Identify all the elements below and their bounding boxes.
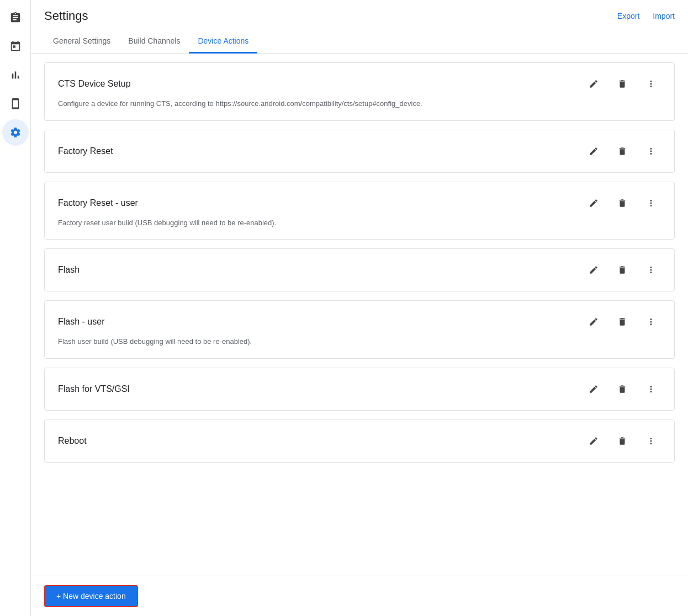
more-button-flash-vts-gsi[interactable] (641, 379, 661, 399)
action-buttons (584, 379, 661, 399)
action-name: Reboot (58, 436, 87, 446)
new-device-action-button[interactable]: + New device action (44, 585, 138, 607)
delete-button-flash[interactable] (612, 260, 632, 280)
action-card-header: Flash - user (58, 312, 661, 332)
more-button-flash[interactable] (641, 260, 661, 280)
action-card-cts-device-setup: CTS Device SetupConfigure a device for r… (44, 62, 675, 121)
action-name: Flash (58, 265, 80, 275)
sidebar-item-settings[interactable] (2, 119, 29, 146)
delete-button-factory-reset[interactable] (612, 141, 632, 161)
action-name: Factory Reset - user (58, 198, 138, 208)
edit-button-flash-vts-gsi[interactable] (584, 379, 604, 399)
import-link[interactable]: Import (653, 12, 675, 20)
action-card-flash: Flash (44, 248, 675, 291)
action-name: Factory Reset (58, 146, 113, 156)
action-card-flash-user: Flash - userFlash user build (USB debugg… (44, 300, 675, 359)
clipboard-icon (9, 12, 22, 24)
action-description: Factory reset user build (USB debugging … (58, 217, 661, 229)
edit-button-flash-user[interactable] (584, 312, 604, 332)
tabs-bar: General Settings Build Channels Device A… (31, 30, 688, 54)
action-name: Flash - user (58, 317, 104, 327)
sidebar (0, 0, 31, 616)
action-card-header: Flash for VTS/GSI (58, 379, 661, 399)
delete-button-reboot[interactable] (612, 431, 632, 451)
action-buttons (584, 431, 661, 451)
more-button-flash-user[interactable] (641, 312, 661, 332)
action-buttons (584, 193, 661, 213)
content-area: CTS Device SetupConfigure a device for r… (31, 54, 688, 616)
action-card-header: Factory Reset - user (58, 193, 661, 213)
action-name: Flash for VTS/GSI (58, 384, 130, 394)
export-link[interactable]: Export (617, 12, 639, 20)
sidebar-item-chart[interactable] (2, 62, 29, 88)
sidebar-item-device[interactable] (2, 91, 29, 117)
delete-button-flash-vts-gsi[interactable] (612, 379, 632, 399)
more-button-cts-device-setup[interactable] (641, 74, 661, 94)
more-button-factory-reset[interactable] (641, 141, 661, 161)
main-content: Settings Export Import General Settings … (31, 0, 688, 616)
calendar-icon (9, 40, 22, 52)
action-buttons (584, 312, 661, 332)
action-card-factory-reset-user: Factory Reset - userFactory reset user b… (44, 182, 675, 240)
header-actions: Export Import (617, 12, 675, 20)
action-card-header: Flash (58, 260, 661, 280)
delete-button-factory-reset-user[interactable] (612, 193, 632, 213)
tab-build-channels[interactable]: Build Channels (119, 30, 189, 54)
action-buttons (584, 260, 661, 280)
action-card-header: CTS Device Setup (58, 74, 661, 94)
delete-button-cts-device-setup[interactable] (612, 74, 632, 94)
tab-device-actions[interactable]: Device Actions (189, 30, 257, 54)
settings-icon (9, 126, 22, 139)
action-card-header: Reboot (58, 431, 661, 451)
footer-bar: + New device action (31, 576, 688, 616)
chart-icon (9, 69, 22, 81)
action-description: Configure a device for running CTS, acco… (58, 98, 661, 109)
sidebar-item-calendar[interactable] (2, 33, 29, 60)
action-buttons (584, 141, 661, 161)
edit-button-factory-reset-user[interactable] (584, 193, 604, 213)
action-name: CTS Device Setup (58, 79, 131, 89)
device-icon (9, 98, 22, 110)
more-button-factory-reset-user[interactable] (641, 193, 661, 213)
edit-button-factory-reset[interactable] (584, 141, 604, 161)
page-header: Settings Export Import (31, 0, 688, 23)
delete-button-flash-user[interactable] (612, 312, 632, 332)
more-button-reboot[interactable] (641, 431, 661, 451)
action-card-flash-vts-gsi: Flash for VTS/GSI (44, 368, 675, 411)
action-card-reboot: Reboot (44, 419, 675, 463)
action-buttons (584, 74, 661, 94)
edit-button-cts-device-setup[interactable] (584, 74, 604, 94)
page-title: Settings (44, 9, 88, 23)
action-card-factory-reset: Factory Reset (44, 130, 675, 173)
tab-general-settings[interactable]: General Settings (44, 30, 119, 54)
edit-button-reboot[interactable] (584, 431, 604, 451)
action-card-header: Factory Reset (58, 141, 661, 161)
action-description: Flash user build (USB debugging will nee… (58, 336, 661, 347)
edit-button-flash[interactable] (584, 260, 604, 280)
sidebar-item-clipboard[interactable] (2, 4, 29, 31)
